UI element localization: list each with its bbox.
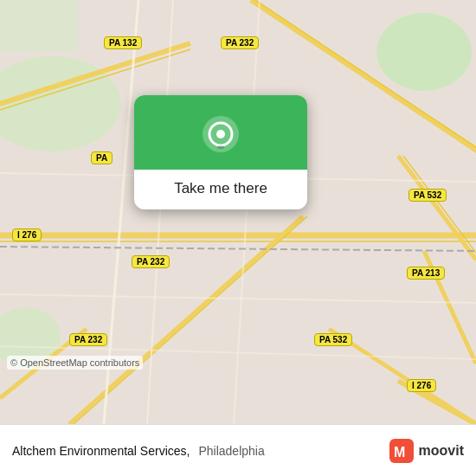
svg-rect-3 [0, 0, 78, 52]
road-badge-pa532-bot: PA 532 [314, 333, 352, 346]
road-badge-pa232-mid: PA 232 [132, 255, 170, 268]
road-badge-pa232-bot: PA 232 [69, 333, 107, 346]
road-badge-i276-bot: I 276 [407, 379, 436, 392]
location-pin-icon [201, 114, 241, 154]
bottom-bar: Altchem Environmental Services, Philadel… [0, 424, 476, 476]
popup-header [134, 95, 307, 170]
road-badge-pa232-top: PA 232 [221, 36, 259, 49]
road-badge-pa132: PA 132 [104, 36, 142, 49]
moovit-label: moovit [419, 443, 464, 459]
place-city: Philadelphia [198, 444, 264, 458]
moovit-icon: M [389, 439, 414, 463]
road-badge-pa532-right: PA 532 [408, 189, 447, 202]
moovit-logo: M moovit [389, 439, 464, 463]
popup-card[interactable]: Take me there [134, 95, 307, 209]
svg-point-2 [376, 13, 472, 91]
svg-text:M: M [394, 445, 405, 460]
place-name: Altchem Environmental Services, [12, 444, 190, 458]
svg-point-28 [216, 130, 225, 138]
take-me-there-button[interactable]: Take me there [165, 170, 276, 209]
map-view: PA 132 PA 232 PA I 276 PA 232 PA 532 PA … [0, 0, 476, 424]
road-badge-i276-left: I 276 [12, 228, 42, 241]
map-attribution: © OpenStreetMap contributors [7, 356, 143, 370]
svg-point-29 [217, 145, 224, 149]
road-badge-pa-left: PA [91, 151, 113, 164]
road-badge-pa213: PA 213 [407, 267, 445, 280]
